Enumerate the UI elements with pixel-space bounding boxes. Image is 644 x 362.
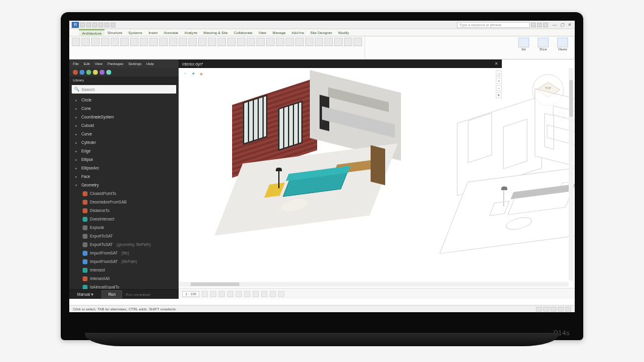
ribbon-tool[interactable] [315, 38, 323, 46]
ribbon-tab-site-designer[interactable]: Site Designer [307, 29, 335, 36]
tree-leaf-closestpointto[interactable]: ClosestPointTo [69, 190, 179, 198]
tree-expand-icon[interactable]: ▾ [75, 182, 79, 189]
document-tab[interactable]: interior.dyn* ✕ [179, 60, 502, 68]
ribbon-tool[interactable] [188, 38, 197, 46]
ribbon-tool[interactable] [295, 38, 304, 46]
window-maximize-button[interactable]: ▢ [559, 22, 565, 27]
ribbon-tab-annotate[interactable]: Annotate [160, 29, 181, 36]
zoom-out-icon[interactable]: − [496, 85, 502, 91]
view-dropdown-icon[interactable]: ▾ [496, 92, 502, 98]
qat-icon[interactable] [104, 22, 109, 27]
crop-region-icon[interactable] [244, 291, 250, 297]
ribbon-tool[interactable] [149, 38, 158, 46]
dynamo-menu-help[interactable]: Help [146, 62, 154, 66]
ribbon-tool[interactable] [276, 38, 284, 46]
qat-icon[interactable] [98, 22, 103, 27]
tree-node-cuboid[interactable]: ▸Cuboid [69, 121, 179, 130]
tree-leaf-exporttosat[interactable]: ExportToSAT(geometry, filePath) [69, 241, 179, 249]
ribbon-tool[interactable] [218, 38, 226, 46]
tree-expand-icon[interactable]: ▸ [75, 165, 79, 172]
ribbon-button-set[interactable]: Set [515, 38, 533, 51]
tree-node-cone[interactable]: ▸Cone [69, 104, 179, 113]
status-icon[interactable] [550, 307, 557, 312]
tree-leaf-importfromsat[interactable]: ImportFromSAT(filePath) [69, 258, 179, 266]
qat-icon[interactable] [111, 22, 115, 27]
dynamo-tool-icon[interactable] [86, 70, 91, 75]
ribbon-tool[interactable] [159, 38, 168, 46]
tree-node-edge[interactable]: ▸Edge [69, 147, 179, 155]
app-logo[interactable]: R [72, 22, 79, 28]
ribbon-tab-insert[interactable]: Insert [145, 29, 160, 36]
shadows-icon[interactable] [227, 291, 233, 297]
dynamo-tool-icon[interactable] [73, 70, 78, 75]
tree-leaf-doesintersect[interactable]: DoesIntersect [69, 215, 179, 224]
ribbon-tool[interactable] [266, 38, 275, 46]
document-tab-close-icon[interactable]: ✕ [495, 61, 498, 66]
ribbon-tool[interactable] [198, 38, 207, 46]
status-icon[interactable] [565, 307, 571, 312]
dynamo-tool-icon[interactable] [93, 70, 98, 75]
ribbon-tool[interactable] [324, 38, 333, 46]
ribbon-tool[interactable] [101, 38, 109, 46]
run-mode-select[interactable]: Manual ▾ [73, 290, 98, 299]
ribbon-tool[interactable] [344, 38, 352, 46]
tree-node-circle[interactable]: ▸Circle [69, 96, 179, 104]
tree-expand-icon[interactable]: ▸ [75, 97, 79, 104]
tree-node-coordinatesystem[interactable]: ▸CoordinateSystem [69, 113, 179, 121]
ribbon-tool[interactable] [111, 38, 119, 46]
qat-icon[interactable] [86, 22, 91, 27]
worksharing-icon[interactable] [278, 291, 284, 297]
dynamo-tool-icon[interactable] [106, 70, 111, 75]
user-icon[interactable] [531, 22, 536, 27]
ribbon-tab-massing-site[interactable]: Massing & Site [200, 29, 231, 36]
dynamo-tool-icon[interactable] [80, 70, 84, 75]
reveal-hidden-icon[interactable] [270, 291, 276, 297]
tree-node-cylinder[interactable]: ▸Cylinder [69, 138, 179, 147]
library-tree[interactable]: ▸Circle▸Cone▸CoordinateSystem▸Cuboid▸Cur… [69, 95, 179, 289]
dynamo-menu-file[interactable]: File [73, 62, 79, 66]
temp-hide-icon[interactable] [261, 291, 267, 297]
tree-leaf-isalmostequalto[interactable]: IsAlmostEqualTo [69, 283, 179, 289]
ribbon-tab-architecture[interactable]: Architecture [79, 29, 104, 36]
tree-leaf-distanceto[interactable]: DistanceTo [69, 207, 179, 215]
ribbon-tab-view[interactable]: View [256, 29, 270, 36]
ribbon-tool[interactable] [140, 38, 148, 46]
tree-expand-icon[interactable]: ▸ [75, 148, 79, 155]
dynamo-menu-packages[interactable]: Packages [108, 62, 123, 66]
ribbon-button-show[interactable]: Show [534, 38, 552, 51]
ribbon-tool[interactable] [179, 38, 187, 46]
tree-expand-icon[interactable]: ▸ [75, 131, 79, 138]
ribbon-tool[interactable] [286, 38, 294, 46]
ribbon-tool[interactable] [208, 38, 216, 46]
ribbon-tool[interactable] [305, 38, 313, 46]
ribbon-tab-add-ins[interactable]: Add-Ins [289, 29, 307, 36]
status-icon[interactable] [558, 307, 564, 312]
tree-expand-icon[interactable]: ▸ [75, 122, 79, 129]
viewcube[interactable]: TOP [530, 72, 566, 108]
ribbon-tool[interactable] [130, 38, 139, 46]
display-hidden-icon[interactable]: ⬘ [190, 70, 196, 75]
tree-leaf-intersectall[interactable]: IntersectAll [69, 275, 179, 283]
ribbon-tab-manage[interactable]: Manage [269, 29, 289, 36]
status-icon[interactable] [543, 307, 549, 312]
ribbon-tool[interactable] [120, 38, 129, 46]
ribbon-tab-systems[interactable]: Systems [125, 29, 145, 36]
qat-icon[interactable] [80, 22, 85, 27]
crop-view-icon[interactable] [236, 291, 242, 297]
viewport-scrollbar-horizontal[interactable] [179, 282, 569, 287]
visual-style-icon[interactable] [210, 291, 216, 297]
ribbon-tool[interactable] [354, 38, 362, 46]
scrollbar-thumb[interactable] [191, 282, 239, 286]
tree-leaf-explode[interactable]: Explode [69, 224, 179, 232]
dynamo-menu-edit[interactable]: Edit [84, 62, 90, 66]
tree-leaf-deserializefromsab[interactable]: DeserializeFromSAB [69, 198, 179, 207]
home-view-icon[interactable]: ⌂ [496, 70, 502, 77]
dynamo-menu-settings[interactable]: Settings [128, 62, 142, 66]
zoom-in-icon[interactable]: + [496, 78, 502, 84]
dynamo-tool-icon[interactable] [100, 70, 104, 75]
library-search-input[interactable]: 🔍 Search [72, 85, 176, 94]
display-wire-icon[interactable]: ⬙ [198, 70, 204, 75]
detail-level-icon[interactable] [202, 291, 208, 297]
model-viewport[interactable]: ⬩ ⬘ ⬙ ⌂ + − ▾ TOP [179, 68, 575, 299]
ribbon-tab-structure[interactable]: Structure [104, 29, 125, 36]
